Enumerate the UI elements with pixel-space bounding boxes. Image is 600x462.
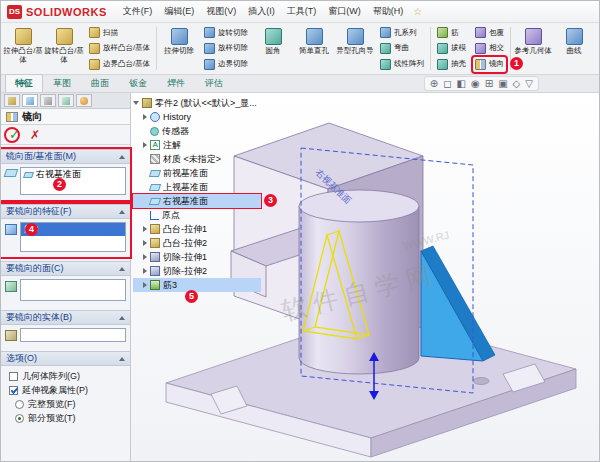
tree-item-cut-extrude2[interactable]: 切除-拉伸2	[133, 264, 261, 278]
ok-button[interactable]: ✓	[9, 128, 20, 141]
revolve-cut-button[interactable]: 旋转切除	[202, 25, 250, 40]
features-to-mirror-header[interactable]: 要镜向的特征(F)	[1, 204, 130, 219]
tab-features[interactable]: 特征	[5, 74, 43, 92]
hole-series-icon	[380, 27, 391, 38]
collapse-icon[interactable]	[133, 101, 139, 105]
loft-boss-button[interactable]: 放样凸台/基体	[87, 41, 152, 56]
bodies-to-mirror-header[interactable]: 要镜向的实体(B)	[1, 310, 130, 325]
draft-icon	[437, 43, 448, 54]
rib-icon	[437, 27, 448, 38]
shell-button[interactable]: 抽壳	[435, 57, 468, 72]
menu-edit[interactable]: 编辑(E)	[160, 3, 198, 20]
tree-item-material[interactable]: 材质 <未指定>	[133, 152, 261, 166]
solidworks-logo-icon: DS	[7, 5, 22, 19]
step-3-badge: 3	[264, 194, 277, 207]
tab-weldments[interactable]: 焊件	[157, 74, 195, 92]
zoom-area-icon[interactable]: ◻	[443, 79, 451, 89]
tree-item-top-plane[interactable]: 上视基准面	[133, 180, 261, 194]
rib-button[interactable]: 筋	[435, 25, 468, 40]
instant3d-button[interactable]: Instant3D	[595, 25, 599, 72]
titlebar: DS SOLIDWORKS 文件(F) 编辑(E) 视图(V) 插入(I) 工具…	[1, 1, 599, 23]
bodies-listbox[interactable]	[20, 328, 126, 342]
tab-surfaces[interactable]: 曲面	[81, 74, 119, 92]
expand-icon[interactable]	[143, 142, 147, 148]
hide-show-items-icon[interactable]: ▣	[498, 79, 507, 89]
tab-configurationmanager[interactable]	[40, 94, 56, 107]
expand-icon[interactable]	[143, 114, 147, 120]
favorites-star-icon[interactable]: ☆	[413, 6, 422, 17]
zoom-fit-icon[interactable]: ⊕	[430, 79, 438, 89]
wrap-button[interactable]: 包覆	[473, 25, 506, 40]
mirror-face-header[interactable]: 镜向面/基准面(M)	[1, 149, 130, 164]
tree-item-cut-extrude1[interactable]: 切除-拉伸1	[133, 250, 261, 264]
expand-icon[interactable]	[143, 268, 147, 274]
tree-item-boss-extrude2[interactable]: 凸台-拉伸2	[133, 236, 261, 250]
view-orientation-icon[interactable]: ◉	[471, 79, 480, 89]
tree-item-front-plane[interactable]: 前视基准面	[133, 166, 261, 180]
tree-item-sensors[interactable]: 传感器	[133, 124, 261, 138]
extrude-boss-button[interactable]: 拉伸凸台/基体	[3, 25, 43, 72]
tree-item-origin[interactable]: 原点	[133, 208, 261, 222]
mirror-face-listbox[interactable]: 右视基准面	[20, 167, 126, 195]
sweep-boss-button[interactable]: 扫描	[87, 25, 152, 40]
flex-button[interactable]: 弯曲	[378, 41, 426, 56]
tab-sketch[interactable]: 草图	[43, 74, 81, 92]
hole-wizard-button[interactable]: 异型孔向导	[335, 25, 375, 72]
mirror-button[interactable]: 镜向 1	[473, 57, 506, 72]
intersect-button[interactable]: 相交	[473, 41, 506, 56]
tab-evaluate[interactable]: 评估	[195, 74, 233, 92]
simple-hole-button[interactable]: 简单直孔	[294, 25, 334, 72]
loft-cut-button[interactable]: 放样切除	[202, 41, 250, 56]
appearance-icon[interactable]: ◇	[513, 79, 521, 89]
display-style-icon[interactable]: ⊞	[485, 79, 493, 89]
revolve-boss-button[interactable]: 旋转凸台/基体	[44, 25, 84, 72]
hole-series-button[interactable]: 孔系列	[378, 25, 426, 40]
expand-icon[interactable]	[143, 282, 147, 288]
tree-item-rib[interactable]: 筋3 5	[133, 278, 261, 292]
menu-help[interactable]: 帮助(H)	[369, 3, 408, 20]
options-header[interactable]: 选项(O)	[1, 351, 130, 366]
tab-featuremanager[interactable]	[4, 94, 20, 107]
faces-listbox[interactable]	[20, 279, 126, 301]
menu-window[interactable]: 窗口(W)	[324, 3, 365, 20]
tab-sheetmetal[interactable]: 钣金	[119, 74, 157, 92]
section-view-icon[interactable]: ◧	[457, 79, 466, 89]
cancel-button[interactable]: ✗	[30, 129, 40, 141]
mirror-face-section: 镜向面/基准面(M) 右视基准面 2	[1, 149, 130, 200]
tree-root-part[interactable]: 零件2 (默认<<默认>_显...	[133, 96, 261, 110]
boundary-cut-button[interactable]: 边界切除	[202, 57, 250, 72]
list-item[interactable]: 右视基准面	[21, 168, 125, 181]
geometry-pattern-checkbox[interactable]	[9, 372, 18, 381]
tab-propertymanager[interactable]	[22, 94, 38, 107]
linear-pattern-button[interactable]: 线性阵列	[378, 57, 426, 72]
tab-displaymanager[interactable]	[76, 94, 92, 107]
expand-icon[interactable]	[143, 226, 147, 232]
menu-view[interactable]: 视图(V)	[202, 3, 240, 20]
graphics-viewport[interactable]: 右视基准面 软件自学网 WWW.RJ 零件2 (默认<<默认>_显... His…	[131, 93, 600, 462]
draft-button[interactable]: 拔模	[435, 41, 468, 56]
features-ribbon: 拉伸凸台/基体 旋转凸台/基体 扫描 放样凸台/基体 边界凸台/基体 拉伸切除 …	[1, 23, 599, 75]
menu-insert[interactable]: 插入(I)	[244, 3, 279, 20]
faces-to-mirror-header[interactable]: 要镜向的面(C)	[1, 261, 130, 276]
fillet-button[interactable]: 圆角	[253, 25, 293, 72]
expand-icon[interactable]	[143, 240, 147, 246]
features-to-mirror-section: 要镜向的特征(F) 筋3 4	[1, 204, 130, 257]
tab-dimxpertmanager[interactable]	[58, 94, 74, 107]
tree-item-right-plane[interactable]: 右视基准面 3	[133, 194, 261, 208]
tree-item-history[interactable]: History	[133, 110, 261, 124]
tree-item-boss-extrude1[interactable]: 凸台-拉伸1	[133, 222, 261, 236]
propagate-visual-checkbox[interactable]	[9, 386, 18, 395]
boundary-boss-button[interactable]: 边界凸台/基体	[87, 57, 152, 72]
menu-tools[interactable]: 工具(T)	[283, 3, 321, 20]
tree-item-annotations[interactable]: 注解	[133, 138, 261, 152]
intersect-icon	[475, 43, 486, 54]
menu-file[interactable]: 文件(F)	[119, 3, 157, 20]
partial-preview-radio[interactable]	[15, 414, 24, 423]
expand-icon[interactable]	[143, 254, 147, 260]
mirror-icon	[475, 59, 486, 70]
extrude-cut-button[interactable]: 拉伸切除	[159, 25, 199, 72]
curves-button[interactable]: 曲线	[554, 25, 594, 72]
extrude-cut-icon	[171, 28, 188, 45]
scene-icon[interactable]: ▽	[525, 79, 533, 89]
full-preview-radio[interactable]	[15, 400, 24, 409]
